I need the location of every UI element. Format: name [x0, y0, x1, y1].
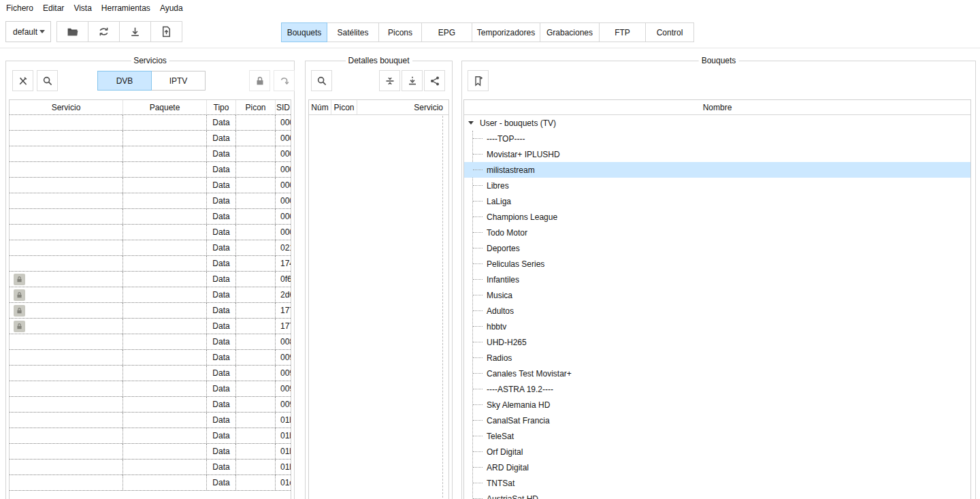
tab-grabaciones[interactable]: Grabaciones [540, 22, 600, 42]
toggle-dvb[interactable]: DVB [97, 71, 152, 91]
rotate-down-button[interactable] [274, 70, 295, 91]
table-row[interactable]: Data 2d6 [10, 287, 291, 303]
table-row[interactable]: Data 177 [10, 319, 291, 334]
cell-picon [236, 162, 276, 177]
col-paquete[interactable]: Paquete [123, 100, 207, 114]
table-row[interactable]: Data 177 [10, 303, 291, 319]
tree-item[interactable]: Adultos [464, 303, 970, 319]
tree-item[interactable]: Deportes [464, 240, 970, 256]
tree-item[interactable]: ARD Digital [464, 460, 970, 475]
table-row[interactable]: Data 000 [10, 178, 291, 193]
table-row[interactable]: Data 009 [10, 350, 291, 366]
table-row[interactable]: Data 021 [10, 240, 291, 256]
details-search-button[interactable] [311, 70, 332, 91]
table-row[interactable]: Data 174 [10, 256, 291, 272]
col-tipo[interactable]: Tipo [207, 100, 236, 114]
toggle-iptv[interactable]: IPTV [151, 71, 206, 91]
tree-item[interactable]: Canales Test Movistar+ [464, 366, 970, 381]
menu-item-herramientas[interactable]: Herramientas [97, 1, 155, 16]
tree-item[interactable]: Movistar+ IPLUSHD [464, 146, 970, 162]
tree-item[interactable]: hbbtv [464, 319, 970, 334]
tab-bouquets[interactable]: Bouquets [281, 22, 327, 42]
import-file-button[interactable] [150, 21, 182, 42]
tree-item[interactable]: Peliculas Series [464, 256, 970, 272]
cell-sid: 009 [276, 397, 291, 412]
tree-item-label: AustriaSat HD [487, 494, 538, 499]
table-row[interactable]: Data 008 [10, 334, 291, 350]
tab-control[interactable]: Control [645, 22, 694, 42]
download-button[interactable] [119, 21, 151, 42]
tab-temporizadores[interactable]: Temporizadores [472, 22, 540, 42]
col-picon[interactable]: Picon [236, 100, 276, 114]
table-row[interactable]: Data 000 [10, 115, 291, 131]
lock-button[interactable] [249, 70, 270, 91]
collapse-icon [385, 76, 395, 86]
table-row[interactable]: Data 01b [10, 460, 291, 475]
tree-item[interactable]: Sky Alemania HD [464, 397, 970, 413]
col-sid[interactable]: SID [276, 100, 291, 114]
tree-item[interactable]: CanalSat Francia [464, 413, 970, 428]
share-button[interactable] [424, 70, 445, 91]
table-row[interactable]: Data 009 [10, 366, 291, 381]
menu-item-ayuda[interactable]: Ayuda [155, 1, 188, 16]
tree-item[interactable]: Infantiles [464, 272, 970, 287]
table-row[interactable]: Data 000 [10, 209, 291, 225]
download-list-button[interactable] [402, 70, 423, 91]
table-row[interactable]: Data 000 [10, 146, 291, 162]
tree-item[interactable]: TeleSat [464, 428, 970, 444]
tree-root-item[interactable]: User - bouquets (TV) [464, 115, 970, 131]
cell-paquete [123, 319, 207, 334]
tree-item[interactable]: ----ASTRA 19.2---- [464, 381, 970, 397]
tree-item[interactable]: milistastream [464, 162, 970, 178]
table-row[interactable]: Data 01b [10, 413, 291, 428]
cell-picon [236, 397, 276, 412]
table-row[interactable]: Data 000 [10, 193, 291, 209]
expander-down-icon[interactable] [468, 121, 474, 125]
tree-item[interactable]: ----TOP---- [464, 131, 970, 146]
profile-select[interactable]: default [5, 21, 51, 42]
tree-item[interactable]: UHD-H265 [464, 334, 970, 350]
tree-item[interactable]: Musica [464, 287, 970, 303]
edit-off-button[interactable] [12, 70, 33, 91]
col-picon[interactable]: Picon [331, 100, 357, 114]
table-row[interactable]: Data 01c [10, 475, 291, 491]
tree-item[interactable]: Champions League [464, 209, 970, 225]
collapse-button[interactable] [379, 70, 400, 91]
tree-item[interactable]: TNTSat [464, 475, 970, 491]
tab-epg[interactable]: EPG [421, 22, 472, 42]
tab-ftp[interactable]: FTP [599, 22, 646, 42]
menu-item-editar[interactable]: Editar [38, 1, 69, 16]
col-servicio[interactable]: Servicio [357, 100, 448, 114]
tree-item[interactable]: Todo Motor [464, 225, 970, 240]
tree-item-label: LaLiga [487, 197, 511, 206]
transfer-button[interactable] [88, 21, 120, 42]
tree-item[interactable]: Libres [464, 178, 970, 193]
table-row[interactable]: Data 0f6 [10, 272, 291, 287]
col-num[interactable]: Núm [309, 100, 331, 114]
cell-sid: 01b [276, 460, 291, 474]
table-row[interactable]: Data 000 [10, 225, 291, 240]
tab-satélites[interactable]: Satélites [327, 22, 379, 42]
add-bouquet-button[interactable] [468, 70, 489, 91]
open-folder-button[interactable] [56, 21, 88, 42]
tree-item[interactable]: Orf Digital [464, 444, 970, 460]
menu-item-vista[interactable]: Vista [69, 1, 96, 16]
col-servicio[interactable]: Servicio [10, 100, 123, 114]
rotate-down-icon [279, 76, 290, 86]
table-row[interactable]: Data 009 [10, 381, 291, 397]
table-row[interactable]: Data 009 [10, 397, 291, 413]
cell-servicio [10, 350, 123, 365]
services-search-button[interactable] [37, 70, 58, 91]
cell-picon [236, 193, 276, 208]
tab-picons[interactable]: Picons [378, 22, 422, 42]
tree-item[interactable]: Radios [464, 350, 970, 366]
menu-item-fichero[interactable]: Fichero [1, 1, 38, 16]
table-row[interactable]: Data 000 [10, 162, 291, 178]
tree-item[interactable]: LaLiga [464, 193, 970, 209]
cell-sid: 177 [276, 303, 291, 318]
table-row[interactable]: Data 01b [10, 444, 291, 460]
tree-item[interactable]: AustriaSat HD [464, 491, 970, 499]
table-row[interactable]: Data 000 [10, 131, 291, 146]
table-row[interactable]: Data 01b [10, 428, 291, 444]
col-nombre[interactable]: Nombre [464, 100, 970, 114]
